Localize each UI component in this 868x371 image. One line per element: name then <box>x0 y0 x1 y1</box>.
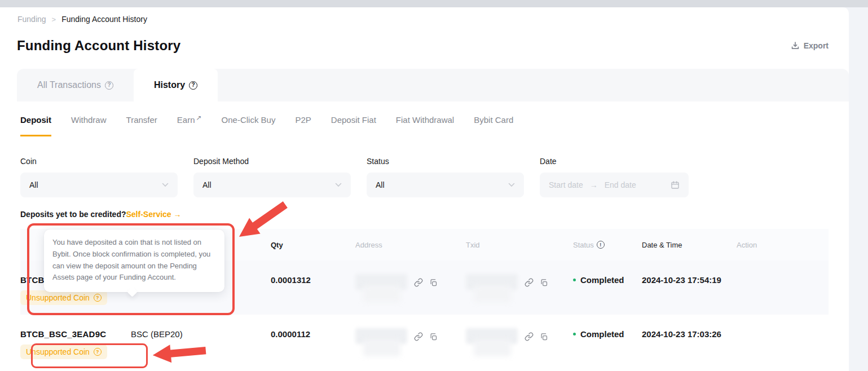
tab-history[interactable]: History ? <box>134 69 218 101</box>
unsupported-coin-tag[interactable]: Unsupported Coin ? <box>20 290 107 305</box>
address-cell <box>355 260 466 292</box>
self-service-arrow-icon: → <box>174 210 182 219</box>
end-date-placeholder[interactable]: End date <box>605 180 636 189</box>
status-badge: Completed <box>580 275 624 285</box>
unsupported-coin-label: Unsupported Coin <box>26 293 90 302</box>
redacted-address <box>355 327 408 346</box>
calendar-icon[interactable] <box>671 180 680 189</box>
tab-strip: All Transactions ? History ? <box>17 69 849 101</box>
funding-history-page: Funding > Funding Account History Fundin… <box>0 0 868 371</box>
chevron-down-icon <box>335 183 342 187</box>
subtab-transfer[interactable]: Transfer <box>126 115 157 136</box>
export-label: Export <box>804 41 829 50</box>
txid-cell <box>466 260 569 292</box>
status-dot-icon <box>573 333 576 335</box>
header-action: Action <box>737 241 829 249</box>
datetime-cell: 2024-10-23 17:03:26 <box>637 315 737 339</box>
explorer-link-icon[interactable] <box>525 278 534 287</box>
explorer-link-icon[interactable] <box>414 332 423 341</box>
subtab-p2p-label: P2P <box>295 115 311 125</box>
subtab-one-click-buy-label: One-Click Buy <box>222 115 276 125</box>
filter-date-label: Date <box>540 157 689 166</box>
coin-select[interactable]: All <box>20 173 178 197</box>
copy-icon[interactable] <box>429 333 438 341</box>
subtab-withdraw-label: Withdraw <box>71 115 107 125</box>
deposit-method-select[interactable]: All <box>193 173 351 197</box>
filter-status-label: Status <box>367 157 524 166</box>
explorer-link-icon[interactable] <box>525 332 534 341</box>
redacted-txid <box>466 327 519 346</box>
breadcrumb-funding[interactable]: Funding <box>17 15 46 24</box>
subtab-deposit-fiat-label: Deposit Fiat <box>331 115 376 125</box>
header-status: Status! <box>569 241 637 249</box>
subtab-deposit[interactable]: Deposit <box>20 115 51 136</box>
page-title: Funding Account History <box>17 38 180 54</box>
status-cell: Completed <box>569 260 637 285</box>
tab-all-transactions[interactable]: All Transactions ? <box>17 69 134 101</box>
copy-icon[interactable] <box>540 279 548 287</box>
address-cell <box>355 315 466 346</box>
self-service-link[interactable]: Self-Service <box>126 210 171 219</box>
title-row: Funding Account History Export <box>0 38 849 54</box>
top-window-strip <box>0 0 868 7</box>
coin-select-value: All <box>29 180 38 189</box>
qty-cell: 0.0000112 <box>266 315 355 339</box>
breadcrumb-current: Funding Account History <box>61 15 147 24</box>
header-qty: Qty <box>266 241 355 249</box>
filter-date: Date Start date → End date <box>540 157 689 197</box>
unsupported-coin-label: Unsupported Coin <box>26 347 90 356</box>
subtab-fiat-withdrawal[interactable]: Fiat Withdrawal <box>396 115 454 136</box>
subtab-deposit-label: Deposit <box>20 115 51 125</box>
subtab-one-click-buy[interactable]: One-Click Buy <box>222 115 276 136</box>
breadcrumb-separator-icon: > <box>52 15 56 24</box>
start-date-placeholder[interactable]: Start date <box>549 180 583 189</box>
export-button[interactable]: Export <box>791 41 829 50</box>
coin-cell: BTCB_BSC_3EAD9C Unsupported Coin ? <box>20 315 131 359</box>
subtab-bar: Deposit Withdraw Transfer Earn↗ One-Clic… <box>20 101 829 136</box>
action-cell <box>737 315 829 329</box>
main-card: Funding > Funding Account History Fundin… <box>0 7 849 371</box>
filter-coin: Coin All <box>20 157 178 197</box>
tab-all-transactions-label: All Transactions <box>37 80 101 90</box>
help-icon: ? <box>94 294 102 302</box>
subtab-deposit-fiat[interactable]: Deposit Fiat <box>331 115 376 136</box>
subtab-bybit-card[interactable]: Bybit Card <box>474 115 513 136</box>
subtab-earn[interactable]: Earn↗ <box>177 115 202 136</box>
date-range-input[interactable]: Start date → End date <box>540 173 689 197</box>
status-dot-icon <box>573 279 576 281</box>
subtab-p2p[interactable]: P2P <box>295 115 311 136</box>
filter-deposit-method: Deposit Method All <box>193 157 351 197</box>
redacted-address <box>355 273 408 292</box>
qty-cell: 0.0001312 <box>266 260 355 285</box>
table-row: BTCB_BSC_3EAD9C Unsupported Coin ? BSC (… <box>20 315 829 368</box>
header-datetime: Date & Time <box>637 241 737 249</box>
redacted-txid <box>466 273 519 292</box>
status-select[interactable]: All <box>367 173 524 197</box>
help-icon: ? <box>94 348 102 356</box>
external-link-icon: ↗ <box>196 114 202 122</box>
filter-deposit-method-label: Deposit Method <box>193 157 351 166</box>
filter-status: Status All <box>367 157 524 197</box>
help-icon[interactable]: ? <box>189 81 197 90</box>
status-select-value: All <box>376 180 385 189</box>
subtab-earn-label: Earn <box>177 115 195 125</box>
explorer-link-icon[interactable] <box>414 278 423 287</box>
tab-history-label: History <box>154 80 185 90</box>
help-icon[interactable]: ? <box>105 81 113 90</box>
breadcrumb: Funding > Funding Account History <box>0 7 849 24</box>
status-info-icon[interactable]: ! <box>597 241 605 249</box>
pending-deposit-notice: Deposits yet to be credited?Self-Service… <box>20 210 829 219</box>
chevron-down-icon <box>162 183 169 187</box>
unsupported-coin-tag[interactable]: Unsupported Coin ? <box>20 344 107 359</box>
tooltip-text: You have deposited a coin that is not li… <box>52 238 210 281</box>
subtab-withdraw[interactable]: Withdraw <box>71 115 107 136</box>
datetime-cell: 2024-10-23 17:54:19 <box>637 260 737 285</box>
deposit-method-select-value: All <box>202 180 212 189</box>
action-cell <box>737 260 829 275</box>
chevron-down-icon <box>508 183 515 187</box>
subtab-transfer-label: Transfer <box>126 115 157 125</box>
copy-icon[interactable] <box>540 333 548 341</box>
date-range-arrow-icon: → <box>590 180 598 189</box>
header-txid: Txid <box>466 241 569 249</box>
copy-icon[interactable] <box>429 279 438 287</box>
